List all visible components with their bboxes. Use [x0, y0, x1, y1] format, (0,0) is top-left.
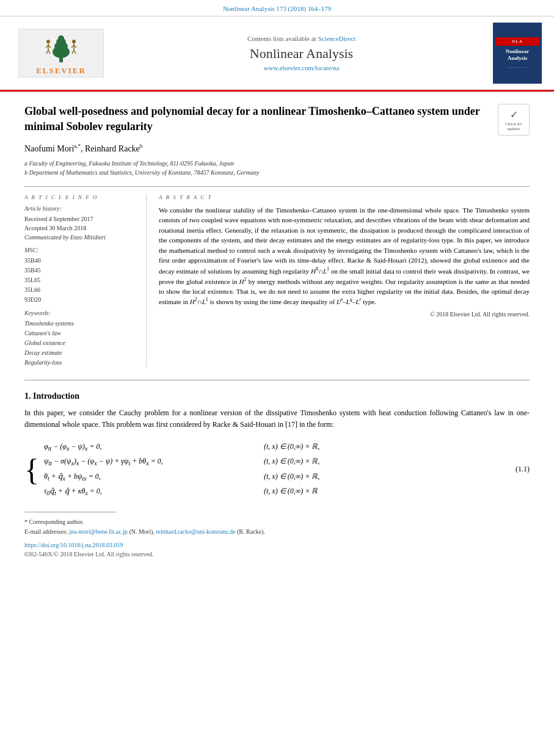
email-addresses-note: E-mail addresses: jna-mori@bene.fit.ac.j…: [24, 527, 530, 537]
msc-label: MSC:: [24, 247, 137, 253]
article-info-abstract-section: A R T I C L E I N F O Article history: R…: [24, 194, 530, 368]
divider-1: [24, 186, 530, 187]
svg-line-16: [74, 50, 76, 54]
paper-title: Global well-posedness and polynomial dec…: [24, 104, 492, 134]
abstract-column: A B S T R A C T We consider the nonlinea…: [159, 194, 530, 368]
abstract-text: We consider the nonlinear stability of t…: [159, 205, 530, 307]
introduction-paragraph: In this paper, we consider the Cauchy pr…: [24, 407, 530, 431]
svg-line-15: [72, 50, 74, 54]
journal-header: ELSEVIER Contents lists available at Sci…: [0, 16, 554, 92]
elsevier-logo-area: ELSEVIER: [12, 29, 110, 78]
msc-code-1: 35B40: [24, 256, 137, 266]
affiliation-a: a Faculty of Engineering, Fukuoka Instit…: [24, 159, 530, 168]
left-brace: {: [24, 454, 39, 485]
svg-line-9: [46, 50, 48, 54]
msc-codes-list: 35B40 35B45 35L65 35L66 93D20: [24, 256, 137, 305]
contents-available-text: Contents lists available at ScienceDirec…: [116, 35, 487, 42]
journal-url[interactable]: www.elsevier.com/locate/na: [116, 64, 487, 71]
msc-code-5: 93D20: [24, 295, 137, 305]
article-info-column: A R T I C L E I N F O Article history: R…: [24, 194, 147, 368]
eq-line-2: ψtt − σ(ψx)x − (φx − ψ) + γψt + bθx = 0,…: [44, 454, 503, 469]
eq-right-3: (t, x) ∈ (0,∞) × ℝ,: [264, 470, 503, 484]
svg-point-4: [58, 35, 64, 42]
svg-line-10: [48, 50, 50, 54]
journal-cover-thumbnail: NLA NonlinearAnalysis —————: [493, 23, 542, 84]
email-label: E-mail addresses:: [24, 528, 68, 535]
abstract-label: A B S T R A C T: [159, 194, 530, 200]
eq-line-3: θt + q̄x + bψtx = 0, (t, x) ∈ (0,∞) × ℝ,: [44, 470, 503, 484]
journal-citation-bar: Nonlinear Analysis 173 (2018) 164–179: [0, 0, 554, 16]
communicated-by: Communicated by Enzo Mitidieri: [24, 233, 137, 242]
eq-right-2: (t, x) ∈ (0,∞) × ℝ,: [264, 454, 503, 469]
keyword-5: Regularity-loss: [24, 358, 137, 368]
abstract-copyright: © 2018 Elsevier Ltd. All rights reserved…: [159, 311, 530, 318]
affiliation-b: b Department of Mathematics and Statisti…: [24, 168, 530, 177]
elsevier-wordmark: ELSEVIER: [36, 66, 86, 76]
paper-content: Global well-posedness and polynomial dec…: [0, 92, 554, 570]
author1-sup: a,*: [74, 143, 81, 149]
journal-title-display: Nonlinear Analysis: [116, 46, 487, 62]
msc-code-4: 35L66: [24, 285, 137, 295]
svg-point-11: [72, 40, 76, 43]
svg-point-5: [46, 40, 50, 43]
keywords-label: Keywords:: [24, 310, 137, 316]
elsevier-tree-icon: [40, 31, 82, 64]
keyword-2: Cattaneo's law: [24, 329, 137, 338]
check-updates-icon: ✓: [510, 109, 518, 120]
journal-cover-title: NonlinearAnalysis: [506, 48, 530, 62]
eq-line-1: φtt − (φx − ψ)x = 0, (t, x) ∈ (0,∞) × ℝ,: [44, 440, 503, 454]
keyword-4: Decay estimate: [24, 348, 137, 358]
article-info-label: A R T I C L E I N F O: [24, 194, 137, 200]
equation-number: (1.1): [516, 465, 530, 474]
author2-name: Reinhard Racke: [85, 144, 140, 153]
corresponding-author-note: * Corresponding author.: [24, 517, 530, 527]
history-label: Article history:: [24, 205, 137, 212]
divider-2: [24, 380, 530, 380]
eq-left-4: τ0q̄t + q̄ + κθx = 0,: [44, 484, 239, 499]
authors-line: Naofumi Moria,*, Reinhard Rackeb: [24, 143, 530, 154]
elsevier-logo-box: ELSEVIER: [18, 29, 104, 78]
msc-code-2: 35B45: [24, 266, 137, 275]
eq-line-4: τ0q̄t + q̄ + κθx = 0, (t, x) ∈ (0,∞) × ℝ: [44, 484, 503, 499]
check-updates-badge: ✓ Check for updates: [498, 104, 530, 136]
received-date: Received 4 September 2017: [24, 214, 137, 224]
accepted-date: Accepted 30 March 2018: [24, 224, 137, 233]
eq-left-3: θt + q̄x + bψtx = 0,: [44, 470, 239, 484]
eq-right-1: (t, x) ∈ (0,∞) × ℝ,: [264, 440, 503, 454]
email1-author: (N. Mori),: [129, 528, 154, 535]
eq-left-2: ψtt − σ(ψx)x − (φx − ψ) + γψt + bθx = 0,: [44, 454, 239, 469]
author1-name: Naofumi Mori: [24, 144, 74, 153]
check-updates-label: Check for updates: [500, 122, 527, 131]
paper-title-row: Global well-posedness and polynomial dec…: [24, 104, 530, 136]
author2-sup: b: [140, 143, 143, 149]
keyword-1: Timoshenko systems: [24, 319, 137, 329]
introduction-heading: 1. Introduction: [24, 391, 530, 401]
eq-left-1: φtt − (φx − ψ)x = 0,: [44, 440, 239, 454]
journal-title-area: Contents lists available at ScienceDirec…: [116, 35, 487, 71]
email2-author: (R. Racke).: [237, 528, 265, 535]
journal-citation: Nonlinear Analysis 173 (2018) 164–179: [223, 5, 331, 12]
sciencedirect-link[interactable]: ScienceDirect: [318, 35, 355, 42]
eq-right-4: (t, x) ∈ (0,∞) × ℝ: [264, 484, 503, 499]
keywords-list: Timoshenko systems Cattaneo's law Global…: [24, 319, 137, 368]
equation-1-1: { φtt − (φx − ψ)x = 0, (t, x) ∈ (0,∞) × …: [24, 440, 530, 500]
affiliations: a Faculty of Engineering, Fukuoka Instit…: [24, 159, 530, 177]
footnote-separator: [24, 512, 116, 512]
keyword-3: Global existence: [24, 338, 137, 348]
equation-lines: φtt − (φx − ψ)x = 0, (t, x) ∈ (0,∞) × ℝ,…: [44, 440, 503, 500]
email1-link[interactable]: jna-mori@bene.fit.ac.jp: [69, 528, 128, 535]
doi-line[interactable]: https://doi.org/10.1016/j.na.2018.03.019: [24, 542, 530, 548]
issn-copyright: 0362-546X/© 2018 Elsevier Ltd. All right…: [24, 551, 530, 558]
email2-link[interactable]: reinhard.racke@uni-konstanz.de: [156, 528, 235, 535]
msc-code-3: 35L65: [24, 275, 137, 285]
